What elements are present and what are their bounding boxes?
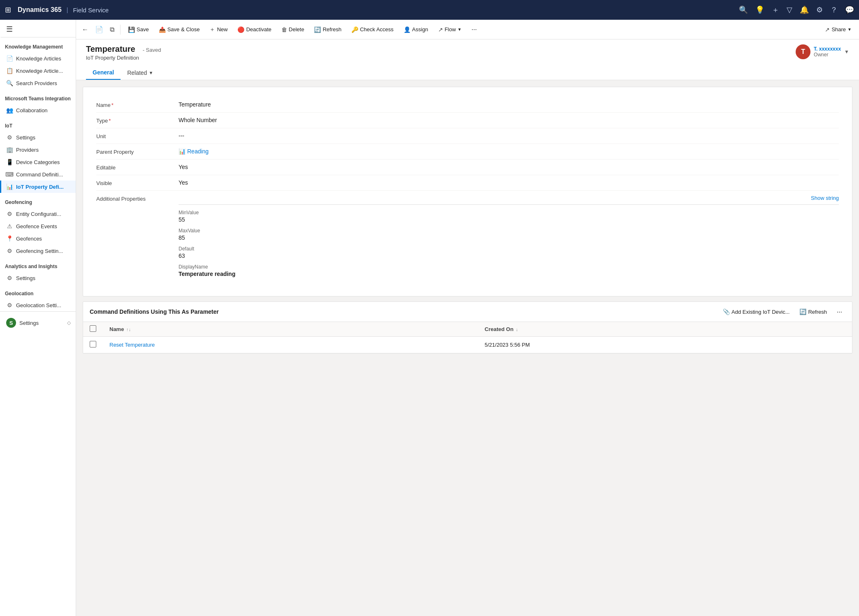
- form-label-additional-properties: Additional Properties: [96, 195, 179, 202]
- add-existing-button[interactable]: 📎 Add Existing IoT Devic...: [720, 307, 793, 317]
- sidebar-item-search-providers[interactable]: 🔍 Search Providers: [0, 77, 76, 89]
- filter-icon[interactable]: ▽: [787, 5, 792, 14]
- subgrid-more-button[interactable]: ⋯: [833, 307, 845, 317]
- save-close-button[interactable]: 📤 Save & Close: [155, 24, 204, 35]
- more-icon: ⋯: [471, 26, 477, 32]
- owner-dropdown-icon[interactable]: ▼: [844, 49, 849, 55]
- form-label-unit: Unit: [96, 132, 179, 139]
- chat-icon[interactable]: 💬: [845, 5, 854, 14]
- lightbulb-icon[interactable]: 💡: [755, 5, 764, 14]
- record-header-top: Temperature - Saved IoT Property Definit…: [86, 44, 849, 61]
- parent-property-link[interactable]: Reading: [187, 148, 209, 155]
- subgrid-refresh-label: Refresh: [808, 309, 827, 315]
- form-value-parent-property[interactable]: 📊 Reading: [179, 148, 839, 155]
- sidebar-menu-toggle[interactable]: ☰: [0, 20, 76, 37]
- form-value-editable[interactable]: Yes: [179, 164, 839, 170]
- required-indicator: *: [111, 102, 114, 108]
- sidebar-item-geofencing-settings[interactable]: ⚙ Geofencing Settin...: [0, 245, 76, 257]
- tab-general[interactable]: General: [86, 66, 121, 80]
- assign-icon: 👤: [404, 26, 411, 33]
- form-label-editable: Editable: [96, 164, 179, 171]
- deactivate-label: Deactivate: [246, 26, 271, 32]
- settings-avatar: S: [6, 318, 16, 328]
- check-access-button[interactable]: 🔑 Check Access: [347, 24, 398, 35]
- sidebar-item-iot-property-def[interactable]: 📊 IoT Property Defi...: [0, 181, 76, 193]
- split-icon[interactable]: ⧉: [107, 24, 117, 35]
- refresh-button[interactable]: 🔄 Refresh: [310, 24, 346, 35]
- main-content: ← 📄 ⧉ 💾 Save 📤 Save & Close ＋ New 🔴 Deac…: [76, 20, 859, 616]
- sidebar-item-entity-configuration[interactable]: ⚙ Entity Configurati...: [0, 208, 76, 220]
- geofences-icon: 📍: [6, 235, 13, 242]
- subgrid-select-all-col: [83, 322, 103, 337]
- record-title-area: Temperature - Saved IoT Property Definit…: [86, 44, 161, 61]
- plus-icon[interactable]: ＋: [772, 5, 779, 15]
- sidebar-section-geolocation: Geolocation ⚙ Geolocation Setti...: [0, 284, 76, 311]
- subgrid-header: Command Definitions Using This As Parame…: [83, 302, 852, 322]
- share-label: Share: [831, 26, 846, 32]
- tab-related[interactable]: Related ▼: [121, 66, 160, 79]
- sidebar-item-settings-bottom[interactable]: S Settings ◇: [0, 315, 76, 331]
- new-button[interactable]: ＋ New: [205, 23, 232, 36]
- sidebar-item-collaboration[interactable]: 👥 Collaboration: [0, 104, 76, 116]
- owner-name[interactable]: T. xxxxxxxx: [814, 46, 841, 52]
- share-dropdown-icon: ▼: [847, 27, 852, 32]
- nav-divider: |: [67, 7, 68, 13]
- assign-label: Assign: [412, 26, 428, 32]
- gear-icon[interactable]: ⚙: [816, 5, 823, 14]
- form-value-unit[interactable]: ---: [179, 132, 839, 139]
- save-button[interactable]: 💾 Save: [124, 24, 153, 35]
- sidebar-section-header-analytics: Analytics and Insights: [0, 257, 76, 272]
- form-value-visible[interactable]: Yes: [179, 179, 839, 186]
- share-button[interactable]: ↗ Share ▼: [821, 24, 856, 35]
- sidebar-item-knowledge-articles-2[interactable]: 📋 Knowledge Article...: [0, 65, 76, 77]
- delete-button[interactable]: 🗑 Delete: [277, 24, 309, 35]
- save-label: Save: [137, 26, 149, 32]
- assign-button[interactable]: 👤 Assign: [399, 24, 432, 35]
- sidebar-item-label: Geofencing Settin...: [16, 248, 63, 254]
- sidebar-section-header-knowledge: Knowledge Management: [0, 37, 76, 52]
- geolocation-settings-icon: ⚙: [6, 302, 13, 308]
- sidebar-item-device-categories[interactable]: 📱 Device Categories: [0, 156, 76, 168]
- sidebar-item-geofence-events[interactable]: ⚠ Geofence Events: [0, 220, 76, 232]
- sidebar-item-label: Settings: [16, 275, 35, 281]
- form-label-visible: Visible: [96, 179, 179, 186]
- analytics-settings-icon: ⚙: [6, 275, 13, 281]
- sidebar-item-knowledge-articles[interactable]: 📄 Knowledge Articles: [0, 52, 76, 65]
- row-name-cell[interactable]: Reset Temperature: [103, 337, 478, 353]
- sidebar-item-providers[interactable]: 🏢 Providers: [0, 144, 76, 156]
- select-all-checkbox[interactable]: [90, 325, 96, 332]
- additional-props: MinValue 55 MaxValue 85 Default 63: [179, 210, 839, 277]
- save-close-label: Save & Close: [167, 26, 200, 32]
- sidebar-item-geofences[interactable]: 📍 Geofences: [0, 232, 76, 245]
- sidebar-item-geolocation-settings[interactable]: ⚙ Geolocation Setti...: [0, 299, 76, 311]
- sidebar-section-header-teams: Microsoft Teams Integration: [0, 89, 76, 104]
- deactivate-button[interactable]: 🔴 Deactivate: [233, 24, 275, 35]
- form-row-unit: Unit ---: [96, 128, 839, 144]
- waffle-icon[interactable]: ⊞: [5, 5, 11, 14]
- show-string-button[interactable]: Show string: [811, 195, 839, 201]
- sort-icon-created: ↓: [516, 327, 518, 332]
- flow-icon: ↗: [438, 26, 443, 33]
- sidebar-item-command-definitions[interactable]: ⌨ Command Definiti...: [0, 168, 76, 181]
- sidebar-item-iot-settings[interactable]: ⚙ Settings: [0, 131, 76, 144]
- sidebar-section-iot: IoT ⚙ Settings 🏢 Providers 📱 Device Cate…: [0, 116, 76, 193]
- flow-button[interactable]: ↗ Flow ▼: [434, 24, 466, 35]
- knowledge-articles-icon: 📄: [6, 55, 13, 62]
- form-value-additional-properties: Show string MinValue 55 MaxValue 85: [179, 195, 839, 282]
- bell-icon[interactable]: 🔔: [800, 5, 809, 14]
- subgrid-refresh-button[interactable]: 🔄 Refresh: [796, 307, 830, 317]
- sidebar-item-analytics-settings[interactable]: ⚙ Settings: [0, 272, 76, 284]
- row-checkbox[interactable]: [90, 341, 96, 347]
- more-button[interactable]: ⋯: [467, 24, 481, 35]
- subgrid-col-created-on[interactable]: Created On ↓: [478, 322, 852, 337]
- record-page-icon[interactable]: 📄: [93, 24, 106, 35]
- subgrid-col-name[interactable]: Name ↑↓: [103, 322, 478, 337]
- add-existing-label: Add Existing IoT Devic...: [731, 309, 789, 315]
- app-body: ☰ Knowledge Management 📄 Knowledge Artic…: [0, 20, 859, 616]
- form-value-name[interactable]: Temperature: [179, 101, 839, 108]
- help-icon[interactable]: ？: [830, 5, 838, 15]
- form-value-type[interactable]: Whole Number: [179, 117, 839, 123]
- back-button[interactable]: ←: [79, 24, 91, 35]
- form-row-editable: Editable Yes: [96, 160, 839, 175]
- search-icon[interactable]: 🔍: [739, 5, 748, 14]
